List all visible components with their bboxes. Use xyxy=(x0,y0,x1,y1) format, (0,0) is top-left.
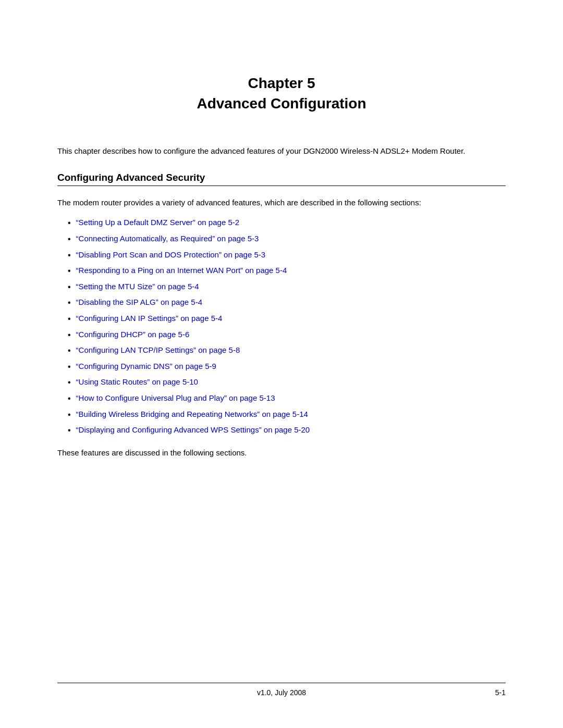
section-description: The modem router provides a variety of a… xyxy=(57,196,506,209)
link-lan-tcp[interactable]: “Configuring LAN TCP/IP Settings” on pag… xyxy=(76,344,240,356)
chapter-line1: Chapter 5 xyxy=(248,75,315,91)
link-static-routes[interactable]: “Using Static Routes” on page 5-10 xyxy=(76,376,198,388)
link-upnp[interactable]: “How to Configure Universal Plug and Pla… xyxy=(76,392,275,404)
bullet-list: “Setting Up a Default DMZ Server” on pag… xyxy=(57,216,506,437)
footer-version: v1.0, July 2008 xyxy=(57,688,506,697)
list-item: “Configuring LAN TCP/IP Settings” on pag… xyxy=(57,344,506,357)
link-ping-wan[interactable]: “Responding to a Ping on an Internet WAN… xyxy=(76,264,287,277)
link-sip-alg[interactable]: “Disabling the SIP ALG” on page 5-4 xyxy=(76,296,202,309)
footer-page: 5-1 xyxy=(495,688,506,697)
list-item: “Configuring Dynamic DNS” on page 5-9 xyxy=(57,360,506,374)
link-lan-ip-settings[interactable]: “Configuring LAN IP Settings” on page 5-… xyxy=(76,312,223,325)
list-item: “Setting Up a Default DMZ Server” on pag… xyxy=(57,216,506,230)
link-connecting-auto[interactable]: “Connecting Automatically, as Required” … xyxy=(76,232,259,245)
list-item: “Displaying and Configuring Advanced WPS… xyxy=(57,424,506,437)
link-mtu-size[interactable]: “Setting the MTU Size” on page 5-4 xyxy=(76,280,199,293)
list-item: “How to Configure Universal Plug and Pla… xyxy=(57,392,506,405)
chapter-title-block: Chapter 5 Advanced Configuration xyxy=(57,73,506,114)
list-item: “Building Wireless Bridging and Repeatin… xyxy=(57,408,506,422)
closing-paragraph: These features are discussed in the foll… xyxy=(57,447,506,459)
list-item: “Configuring LAN IP Settings” on page 5-… xyxy=(57,312,506,326)
link-dmz-server[interactable]: “Setting Up a Default DMZ Server” on pag… xyxy=(76,216,239,229)
link-dhcp[interactable]: “Configuring DHCP” on page 5-6 xyxy=(76,328,190,341)
link-dynamic-dns[interactable]: “Configuring Dynamic DNS” on page 5-9 xyxy=(76,360,216,373)
list-item: “Responding to a Ping on an Internet WAN… xyxy=(57,264,506,278)
link-wps-settings[interactable]: “Displaying and Configuring Advanced WPS… xyxy=(76,424,310,436)
list-item: “Setting the MTU Size” on page 5-4 xyxy=(57,280,506,294)
list-item: “Disabling the SIP ALG” on page 5-4 xyxy=(57,296,506,310)
link-port-scan[interactable]: “Disabling Port Scan and DOS Protection”… xyxy=(76,249,266,261)
list-item: “Disabling Port Scan and DOS Protection”… xyxy=(57,249,506,262)
list-item: “Connecting Automatically, as Required” … xyxy=(57,232,506,246)
section-heading: Configuring Advanced Security xyxy=(57,172,506,186)
page-container: Chapter 5 Advanced Configuration This ch… xyxy=(0,0,563,728)
footer: v1.0, July 2008 5-1 xyxy=(57,683,506,697)
link-wireless-bridging[interactable]: “Building Wireless Bridging and Repeatin… xyxy=(76,408,308,421)
chapter-title: Chapter 5 Advanced Configuration xyxy=(57,73,506,114)
list-item: “Configuring DHCP” on page 5-6 xyxy=(57,328,506,342)
chapter-line2: Advanced Configuration xyxy=(197,95,366,112)
intro-paragraph: This chapter describes how to configure … xyxy=(57,145,506,157)
list-item: “Using Static Routes” on page 5-10 xyxy=(57,376,506,389)
